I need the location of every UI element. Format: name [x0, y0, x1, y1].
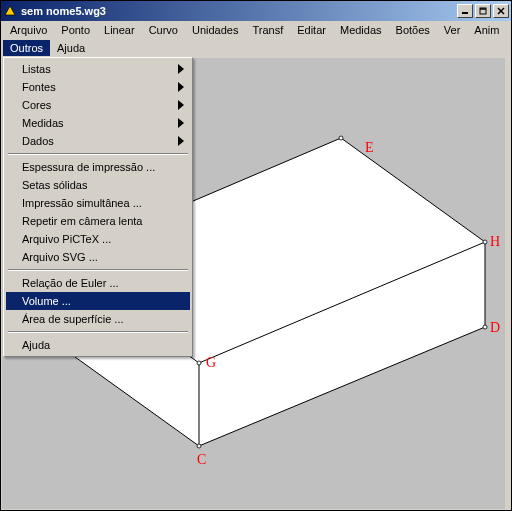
svg-marker-23 [178, 82, 184, 92]
menu-outros-dropdown: ListasFontesCoresMedidasDadosEspessura d… [3, 57, 193, 357]
vertex-label-g: G [206, 355, 216, 371]
submenu-arrow-icon [178, 82, 184, 94]
svg-marker-25 [178, 118, 184, 128]
menu-item-label: Dados [22, 135, 54, 147]
scrollbar-gutter [505, 21, 510, 509]
menu-item-label: Arquivo PiCTeX ... [22, 233, 111, 245]
menu-item[interactable]: Impressão simultânea ... [6, 194, 190, 212]
titlebar: sem nome5.wg3 [1, 1, 511, 21]
menu-outros[interactable]: Outros [3, 40, 50, 56]
menu-item-label: Listas [22, 63, 51, 75]
menu-arquivo[interactable]: Arquivo [3, 22, 54, 38]
svg-point-17 [483, 240, 487, 244]
menu-item-label: Setas sólidas [22, 179, 87, 191]
menu-item-label: Volume ... [22, 295, 71, 307]
vertex-label-c: C [197, 452, 206, 468]
close-button[interactable] [493, 4, 509, 18]
submenu-arrow-icon [178, 118, 184, 130]
menu-item[interactable]: Área de superfície ... [6, 310, 190, 328]
submenu-arrow-icon [178, 136, 184, 148]
menubar-row-1: ArquivoPontoLinearCurvoUnidadesTransfEdi… [1, 21, 511, 39]
menu-item-label: Repetir em câmera lenta [22, 215, 142, 227]
menu-medidas[interactable]: Medidas [333, 22, 389, 38]
svg-marker-0 [5, 6, 15, 15]
menu-linear[interactable]: Linear [97, 22, 142, 38]
submenu-arrow-icon [178, 64, 184, 76]
menu-editar[interactable]: Editar [290, 22, 333, 38]
menu-item[interactable]: Arquivo PiCTeX ... [6, 230, 190, 248]
menu-botões[interactable]: Botões [389, 22, 437, 38]
app-window: sem nome5.wg3 ArquivoPontoLinearCurvoUni… [0, 0, 512, 511]
menu-item-label: Ajuda [22, 339, 50, 351]
svg-marker-22 [178, 64, 184, 74]
vertex-label-d: D [490, 320, 500, 336]
menu-item[interactable]: Fontes [6, 78, 190, 96]
menu-item[interactable]: Cores [6, 96, 190, 114]
svg-point-18 [197, 361, 201, 365]
menu-item-label: Cores [22, 99, 51, 111]
menu-item[interactable]: Repetir em câmera lenta [6, 212, 190, 230]
submenu-arrow-icon [178, 100, 184, 112]
app-icon [3, 4, 17, 18]
svg-point-20 [197, 444, 201, 448]
menu-unidades[interactable]: Unidades [185, 22, 245, 38]
menu-anim[interactable]: Anim [467, 22, 506, 38]
menu-item-label: Relação de Euler ... [22, 277, 119, 289]
menu-item[interactable]: Ajuda [6, 336, 190, 354]
menu-curvo[interactable]: Curvo [142, 22, 185, 38]
menu-item-label: Impressão simultânea ... [22, 197, 142, 209]
svg-marker-26 [178, 136, 184, 146]
menu-item-label: Medidas [22, 117, 64, 129]
window-buttons [457, 4, 509, 18]
menu-item[interactable]: Arquivo SVG ... [6, 248, 190, 266]
vertex-label-h: H [490, 234, 500, 250]
menu-item[interactable]: Medidas [6, 114, 190, 132]
window-title: sem nome5.wg3 [21, 5, 457, 17]
vertex-label-e: E [365, 140, 374, 156]
menu-item[interactable]: Listas [6, 60, 190, 78]
menu-item[interactable]: Setas sólidas [6, 176, 190, 194]
minimize-button[interactable] [457, 4, 473, 18]
menu-separator [8, 153, 188, 155]
maximize-button[interactable] [475, 4, 491, 18]
menu-item[interactable]: Volume ... [6, 292, 190, 310]
menu-ver[interactable]: Ver [437, 22, 468, 38]
menu-item[interactable]: Dados [6, 132, 190, 150]
menu-ajuda[interactable]: Ajuda [50, 40, 92, 56]
menu-item-label: Arquivo SVG ... [22, 251, 98, 263]
svg-point-21 [483, 325, 487, 329]
menu-item-label: Espessura de impressão ... [22, 161, 155, 173]
menu-item-label: Fontes [22, 81, 56, 93]
menubar-row-2: OutrosAjuda [1, 39, 511, 57]
svg-point-16 [339, 136, 343, 140]
menu-separator [8, 331, 188, 333]
menu-separator [8, 269, 188, 271]
menu-ponto[interactable]: Ponto [54, 22, 97, 38]
menu-item-label: Área de superfície ... [22, 313, 124, 325]
menu-item[interactable]: Espessura de impressão ... [6, 158, 190, 176]
svg-marker-24 [178, 100, 184, 110]
menu-item[interactable]: Relação de Euler ... [6, 274, 190, 292]
menu-transf[interactable]: Transf [245, 22, 290, 38]
